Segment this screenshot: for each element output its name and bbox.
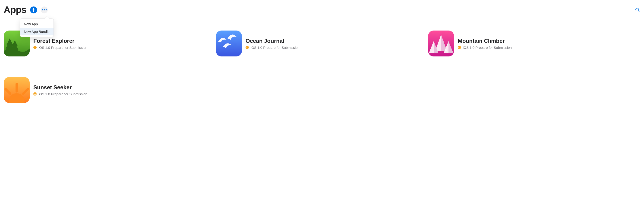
plus-icon <box>32 8 36 12</box>
add-dropdown: New App New App Bundle <box>20 18 54 37</box>
app-meta: Mountain Climber iOS 1.0 Prepare for Sub… <box>458 38 512 49</box>
app-card[interactable]: Ocean Journal iOS 1.0 Prepare for Submis… <box>216 20 428 67</box>
app-status-text: iOS 1.0 Prepare for Submission <box>463 45 512 49</box>
app-name: Ocean Journal <box>246 38 300 44</box>
svg-line-6 <box>6 89 10 94</box>
app-status-text: iOS 1.0 Prepare for Submission <box>251 45 300 49</box>
status-indicator-icon <box>246 46 249 49</box>
app-icon <box>216 30 242 56</box>
app-meta: Sunset Seeker iOS 1.0 Prepare for Submis… <box>33 84 87 96</box>
app-card[interactable]: Mountain Climber iOS 1.0 Prepare for Sub… <box>428 20 640 67</box>
apps-grid: Forest Explorer iOS 1.0 Prepare for Subm… <box>4 20 640 113</box>
svg-line-7 <box>23 89 28 94</box>
svg-line-9 <box>26 97 30 99</box>
dropdown-item-new-app[interactable]: New App <box>20 20 54 28</box>
more-button[interactable] <box>41 6 48 13</box>
svg-point-4 <box>9 93 24 103</box>
svg-line-8 <box>4 97 8 99</box>
page-title: Apps <box>4 5 26 15</box>
svg-rect-3 <box>14 49 16 52</box>
status-indicator-icon <box>33 92 36 96</box>
app-status-text: iOS 1.0 Prepare for Submission <box>38 45 87 49</box>
svg-line-1 <box>638 11 640 12</box>
app-status: iOS 1.0 Prepare for Submission <box>33 45 87 49</box>
app-name: Sunset Seeker <box>33 84 87 91</box>
app-status: iOS 1.0 Prepare for Submission <box>246 45 300 49</box>
app-status-text: iOS 1.0 Prepare for Submission <box>38 92 87 96</box>
app-meta: Ocean Journal iOS 1.0 Prepare for Submis… <box>246 38 300 49</box>
row-separator <box>4 113 640 113</box>
search-icon <box>635 7 640 13</box>
app-name: Forest Explorer <box>33 38 87 44</box>
dropdown-item-new-app-bundle[interactable]: New App Bundle <box>20 28 54 35</box>
app-icon <box>428 30 454 56</box>
app-status: iOS 1.0 Prepare for Submission <box>33 92 87 96</box>
page-header: Apps New App New App Bundle <box>4 5 640 20</box>
search-button[interactable] <box>635 7 640 13</box>
app-card[interactable]: Sunset Seeker iOS 1.0 Prepare for Submis… <box>4 67 216 113</box>
add-button[interactable] <box>30 6 37 13</box>
app-icon <box>4 77 30 103</box>
status-indicator-icon <box>458 46 461 49</box>
status-indicator-icon <box>33 46 36 49</box>
svg-rect-2 <box>9 48 10 51</box>
ellipsis-icon <box>42 9 47 10</box>
app-meta: Forest Explorer iOS 1.0 Prepare for Subm… <box>33 38 87 49</box>
app-status: iOS 1.0 Prepare for Submission <box>458 45 512 49</box>
app-name: Mountain Climber <box>458 38 512 44</box>
